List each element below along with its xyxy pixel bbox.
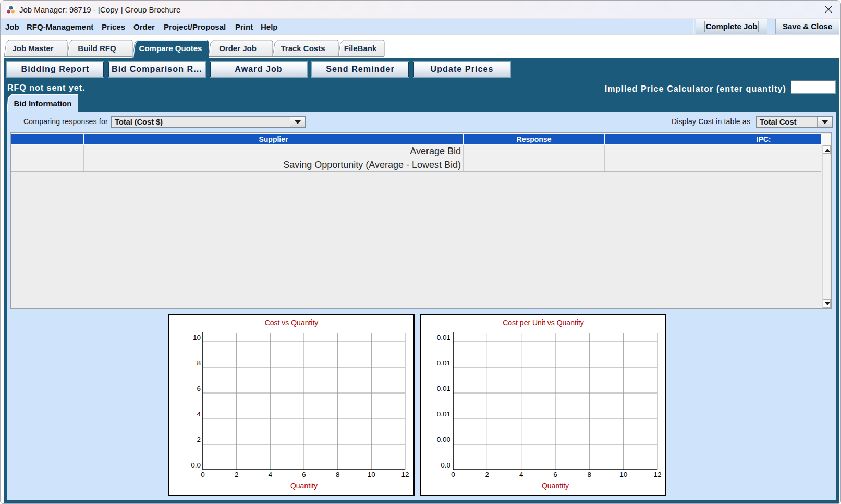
svg-text:FileBank: FileBank <box>344 44 377 53</box>
svg-text:Job Master: Job Master <box>12 44 53 53</box>
svg-text:Track Costs: Track Costs <box>281 44 325 53</box>
svg-text:Order Job: Order Job <box>219 44 257 53</box>
svg-text:Quantity: Quantity <box>542 482 569 490</box>
svg-text:12: 12 <box>653 471 661 478</box>
svg-text:4: 4 <box>519 471 523 478</box>
svg-text:0.0: 0.0 <box>191 461 201 469</box>
svg-text:0.01: 0.01 <box>437 359 450 367</box>
svg-text:0.01: 0.01 <box>437 410 450 418</box>
svg-text:0.01: 0.01 <box>437 385 450 392</box>
svg-text:Build RFQ: Build RFQ <box>78 44 116 53</box>
svg-text:6: 6 <box>197 385 201 392</box>
svg-text:0: 0 <box>201 471 205 478</box>
svg-text:2: 2 <box>197 436 201 444</box>
svg-text:0: 0 <box>451 471 455 478</box>
svg-text:Quantity: Quantity <box>290 482 318 490</box>
svg-text:4: 4 <box>197 410 201 418</box>
svg-text:2: 2 <box>485 471 490 478</box>
svg-text:0.01: 0.01 <box>437 334 450 341</box>
svg-text:8: 8 <box>197 359 201 367</box>
svg-text:Cost per Unit vs Quantity: Cost per Unit vs Quantity <box>503 318 584 327</box>
svg-text:2: 2 <box>235 471 239 478</box>
svg-text:Cost vs Quantity: Cost vs Quantity <box>265 318 319 327</box>
svg-text:6: 6 <box>302 471 306 478</box>
svg-text:4: 4 <box>269 471 273 478</box>
svg-text:Compare Quotes: Compare Quotes <box>139 44 202 53</box>
svg-text:0.0: 0.0 <box>441 461 450 469</box>
svg-text:10: 10 <box>193 334 201 341</box>
svg-text:8: 8 <box>336 471 340 478</box>
svg-text:6: 6 <box>553 471 557 478</box>
svg-text:12: 12 <box>401 471 409 478</box>
svg-text:0.00: 0.00 <box>437 436 450 444</box>
svg-text:10: 10 <box>619 471 627 478</box>
svg-text:8: 8 <box>588 471 592 478</box>
svg-text:10: 10 <box>368 471 375 478</box>
